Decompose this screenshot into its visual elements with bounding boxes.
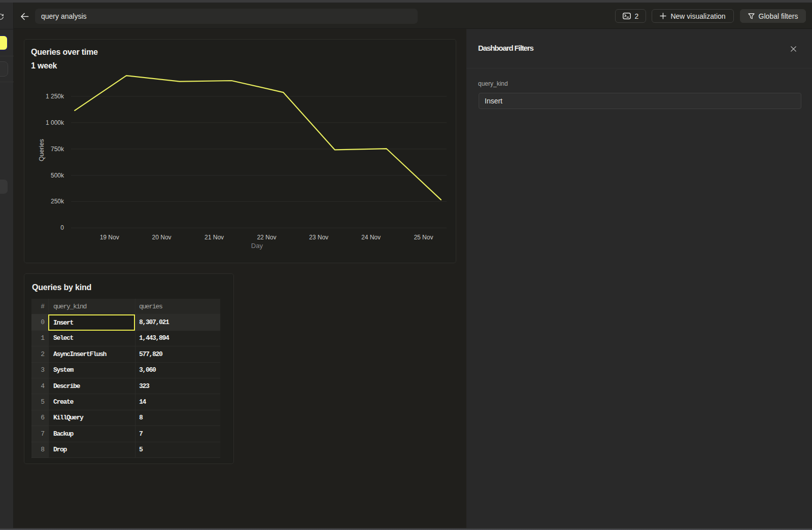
- svg-text:Queries: Queries: [38, 139, 45, 161]
- svg-text:19 Nov: 19 Nov: [100, 234, 119, 241]
- svg-text:21 Nov: 21 Nov: [205, 234, 224, 241]
- svg-text:24 Nov: 24 Nov: [361, 234, 381, 241]
- svg-text:1 000k: 1 000k: [46, 119, 64, 126]
- svg-text:250k: 250k: [51, 198, 64, 205]
- svg-text:25 Nov: 25 Nov: [414, 234, 433, 241]
- svg-text:20 Nov: 20 Nov: [152, 234, 172, 241]
- svg-text:Day: Day: [251, 242, 263, 250]
- svg-text:0: 0: [60, 224, 64, 231]
- svg-text:500k: 500k: [51, 172, 64, 179]
- svg-text:23 Nov: 23 Nov: [309, 234, 328, 241]
- svg-text:1 250k: 1 250k: [46, 93, 64, 100]
- svg-text:22 Nov: 22 Nov: [257, 234, 276, 241]
- svg-text:750k: 750k: [51, 146, 64, 153]
